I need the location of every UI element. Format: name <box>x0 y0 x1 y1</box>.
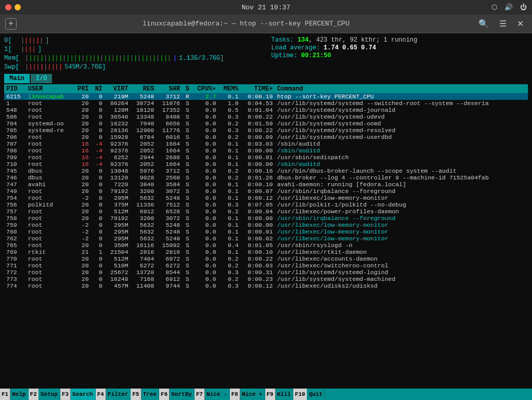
user-cell: systemd-oo <box>26 120 73 127</box>
tab-io[interactable]: I/O <box>31 74 53 83</box>
res-cell: 5632 <box>131 228 157 235</box>
table-row[interactable]: 1 root 20 0 86264 38724 11076 S 0.0 1.0 … <box>4 100 528 107</box>
shr-cell: 6972 <box>156 255 182 262</box>
time-cell: 0:00.01 <box>241 228 275 235</box>
fkey-label-5: SortBy <box>169 389 194 400</box>
res-cell: 11408 <box>131 282 157 289</box>
ni-cell: 0 <box>91 113 105 120</box>
table-row[interactable]: 747 avahi 20 0 7220 3840 3584 S 0.0 0.1 … <box>4 181 528 188</box>
s-cell: R <box>182 93 191 100</box>
fkey-num-6: F7 <box>194 389 204 400</box>
table-row[interactable]: 704 systemd-oo 20 0 16232 7040 6656 S 0.… <box>4 120 528 127</box>
fkey-help[interactable]: F1Help <box>0 389 29 400</box>
mem-cell: 0.2 <box>218 134 241 140</box>
fkey-nice -[interactable]: F7Nice - <box>194 389 230 400</box>
cmd-cell: /usr/lib/systemd/systemd-userdbd <box>275 134 528 140</box>
pri-cell: 20 <box>73 120 91 127</box>
virt-cell: 375M <box>105 201 131 208</box>
ni-cell: 0 <box>91 235 105 242</box>
table-row[interactable]: 548 root 20 0 128M 18120 17352 S 0.0 0.5… <box>4 107 528 113</box>
cmd-cell: /usr/lib/systemd/systemd-journald <box>275 107 528 113</box>
menu-button[interactable]: ☰ <box>496 18 510 30</box>
s-cell: S <box>182 188 191 195</box>
table-row[interactable]: 758 root 20 0 79192 3200 3072 S 0.0 0.1 … <box>4 215 528 222</box>
table-row[interactable]: 769 rtkit 21 1 21504 2816 2816 S 0.0 0.1… <box>4 249 528 255</box>
table-row[interactable]: 772 root 20 0 25672 13720 8544 S 0.0 0.3… <box>4 269 528 276</box>
table-row[interactable]: 773 root 20 0 16248 7168 6912 S 0.0 0.2 … <box>4 276 528 282</box>
pid-cell: 704 <box>4 120 26 127</box>
cpu1-pct: ] <box>38 46 42 53</box>
time-cell: 0:00.22 <box>241 113 275 120</box>
res-cell: 38724 <box>131 100 157 107</box>
tab-main[interactable]: Main <box>4 74 30 83</box>
table-row[interactable]: 771 root 20 0 510M 6272 6272 S 0.0 0.2 0… <box>4 262 528 269</box>
user-cell: root <box>26 195 73 201</box>
res-cell: 2052 <box>131 161 157 167</box>
minimize-window-btn[interactable] <box>15 4 21 10</box>
search-button[interactable]: 🔍 <box>475 18 492 30</box>
fkey-quit[interactable]: F10Quit <box>293 389 325 400</box>
res-cell: 7168 <box>131 276 157 282</box>
table-row[interactable]: 762 root -2 0 295M 5632 5248 S 0.0 0.1 0… <box>4 235 528 242</box>
time-cell: 0:04.53 <box>241 100 275 107</box>
swp-val: 545M/3.76G] <box>64 63 106 71</box>
close-window-btn[interactable] <box>5 4 11 10</box>
s-cell: S <box>182 276 191 282</box>
res-cell: 2816 <box>131 249 157 255</box>
pid-cell: 771 <box>4 262 26 269</box>
user-cell: root <box>26 208 73 215</box>
ni-cell: 0 <box>91 107 105 113</box>
user-cell: root <box>26 276 73 282</box>
shr-cell: 6912 <box>156 276 182 282</box>
fkey-tree[interactable]: F5Tree <box>131 389 159 400</box>
s-cell: S <box>182 113 191 120</box>
table-row[interactable]: 756 polkitd 20 0 375M 11336 7512 S 0.0 0… <box>4 201 528 208</box>
mem-cell: 0.3 <box>218 201 241 208</box>
mem-val: 1.13G/3.76G] <box>179 55 224 62</box>
table-row[interactable]: 757 root 20 0 512M 6912 6528 S 0.0 0.2 0… <box>4 208 528 215</box>
table-row[interactable]: 746 dbus 20 0 13120 9028 2560 S 0.0 0.2 … <box>4 174 528 181</box>
pri-cell: -2 <box>73 235 91 242</box>
table-row[interactable]: 754 root -2 0 295M 5632 5248 S 0.0 0.1 0… <box>4 195 528 201</box>
cpu-cell: 0.0 <box>191 188 218 195</box>
fkey-filter[interactable]: F4Filter <box>96 389 131 400</box>
fkey-sortby[interactable]: F6SortBy <box>159 389 194 400</box>
table-row[interactable]: 705 systemd-re 20 0 28136 12900 11776 S … <box>4 127 528 134</box>
col-pri: PRI <box>73 84 91 93</box>
table-row[interactable]: 760 root -2 0 295M 5632 5248 S 0.0 0.1 0… <box>4 228 528 235</box>
table-row[interactable]: 708 root 16 -4 92376 2052 1664 S 0.0 0.1… <box>4 147 528 154</box>
table-row[interactable]: 707 root 16 -4 92376 2052 1664 S 0.0 0.1… <box>4 140 528 147</box>
virt-cell: 36540 <box>105 113 131 120</box>
pri-cell: 16 <box>73 161 91 167</box>
table-row[interactable]: 6215 linuxcapab 20 0 219M 5248 3712 R 2.… <box>4 93 528 100</box>
table-row[interactable]: 774 root 20 0 457M 11408 9744 S 0.0 0.3 … <box>4 282 528 289</box>
fkey-label-1: Setup <box>38 389 60 400</box>
table-row[interactable]: 749 root 20 0 79192 3200 3072 S 0.0 0.1 … <box>4 188 528 195</box>
table-row[interactable]: 709 root 16 -4 6252 2944 2688 S 0.0 0.1 … <box>4 154 528 161</box>
fkey-setup[interactable]: F2Setup <box>29 389 60 400</box>
table-row[interactable]: 765 root 20 0 350M 16116 15092 S 0.0 0.4… <box>4 242 528 249</box>
fkey-nice +[interactable]: F8Nice + <box>230 389 265 400</box>
new-tab-button[interactable]: + <box>5 18 17 30</box>
time-cell: 0:00.09 <box>241 134 275 140</box>
swp-meter: Swp[ |||||||||| 545M/3.76G] <box>4 63 261 71</box>
cpu-cell: 0.0 <box>191 161 218 167</box>
table-row[interactable]: 745 dbus 20 0 13048 5976 3712 S 0.0 0.2 … <box>4 167 528 174</box>
mem-cell: 0.1 <box>218 93 241 100</box>
table-row[interactable]: 759 root -2 0 295M 5632 5248 S 0.0 0.1 0… <box>4 222 528 228</box>
cpu-cell: 0.0 <box>191 120 218 127</box>
cpu0-label: 0[ <box>4 37 19 44</box>
shr-cell: 1664 <box>156 147 182 154</box>
table-row[interactable]: 710 root 16 -4 92376 2052 1664 S 0.0 0.1… <box>4 161 528 167</box>
s-cell: S <box>182 249 191 255</box>
terminal-content: 0[ |||||| ] 1[ |||| ] Mem[ |||||||||||||… <box>0 33 532 389</box>
fkey-kill[interactable]: F9Kill <box>265 389 294 400</box>
s-cell: S <box>182 120 191 127</box>
fkey-search[interactable]: F3Search <box>60 389 96 400</box>
table-row[interactable]: 586 root 20 0 36540 13348 8408 S 0.0 0.3… <box>4 113 528 120</box>
res-cell: 2944 <box>131 154 157 161</box>
cmd-cell: /sbin/auditd <box>275 140 528 147</box>
table-row[interactable]: 770 root 20 0 512M 7484 6972 S 0.0 0.2 0… <box>4 255 528 262</box>
table-row[interactable]: 706 root 20 0 15928 6784 6016 S 0.0 0.2 … <box>4 134 528 140</box>
close-button[interactable]: ✕ <box>514 18 527 30</box>
